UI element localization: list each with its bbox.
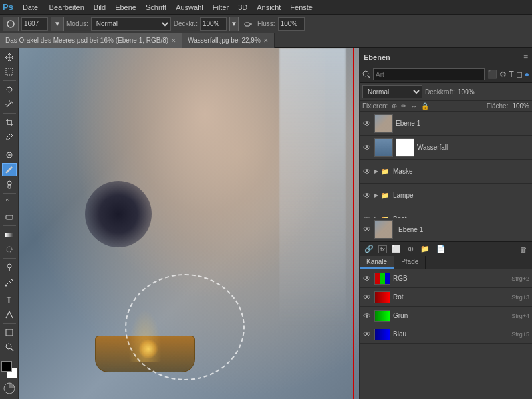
eye-rgb[interactable]: 👁 [362, 274, 372, 283]
blur-tool[interactable] [2, 242, 17, 256]
modus-select[interactable]: Normal [91, 17, 171, 31]
clone-stamp[interactable] [2, 177, 17, 191]
magic-wand[interactable] [2, 98, 17, 112]
brush-tool-options[interactable] [3, 17, 19, 31]
menu-bearbeiten[interactable]: Bearbeiten [45, 2, 88, 13]
eye-wasserfall[interactable]: 👁 [362, 143, 372, 152]
lasso-tool[interactable] [2, 83, 17, 97]
channel-row-rot[interactable]: 👁 Rot Strg+3 [360, 288, 532, 307]
fix-all-icon[interactable]: 🔒 [421, 102, 429, 110]
eyedropper-tool[interactable] [2, 130, 17, 144]
zoom-tool[interactable] [2, 340, 17, 354]
svg-line-4 [7, 102, 12, 107]
tab-kanaele[interactable]: Kanäle [360, 256, 394, 269]
eye-ebene1[interactable]: 👁 [362, 119, 372, 128]
add-style-btn[interactable]: fx [378, 245, 387, 253]
menu-datei[interactable]: Datei [19, 2, 44, 13]
add-group-btn[interactable]: 📁 [418, 244, 432, 254]
add-mask-btn[interactable]: ⬜ [390, 244, 403, 254]
channel-row-blau[interactable]: 👁 Blau Strg+5 [360, 325, 532, 344]
menu-fenste[interactable]: Fenste [286, 2, 317, 13]
tabs-bar: Das Orakel des Meeres.psd bei 16% (Ebene… [0, 33, 532, 48]
menu-bild[interactable]: Bild [90, 2, 110, 13]
eraser-tool[interactable] [2, 209, 17, 223]
deckkraft-arrow[interactable]: ▼ [229, 17, 239, 31]
eye-maske[interactable]: 👁 [362, 167, 372, 176]
tab-orakel[interactable]: Das Orakel des Meeres.psd bei 16% (Ebene… [0, 33, 182, 48]
deckkraft-value[interactable]: 100% [458, 88, 481, 96]
menu-ebene[interactable]: Ebene [111, 2, 140, 13]
shape-tool[interactable] [2, 326, 17, 340]
triangle-lampe[interactable]: ▶ [374, 192, 378, 198]
tab-orakel-close[interactable]: ✕ [171, 37, 176, 44]
dodge-tool[interactable] [2, 261, 17, 275]
path-select[interactable] [2, 307, 17, 321]
move-tool[interactable] [2, 51, 17, 65]
layer-row-lampe[interactable]: 👁 ▶ 📁 Lampe [360, 184, 532, 207]
deckkraft-input[interactable] [200, 17, 227, 31]
fix-position-icon[interactable]: ⊕ [392, 102, 397, 110]
color-swatches[interactable] [0, 361, 19, 378]
layer-row-ebene1[interactable]: 👁 Ebene 1 [360, 112, 532, 136]
selection-tool[interactable] [2, 65, 17, 79]
spot-heal-tool[interactable] [2, 148, 17, 162]
add-layer-btn[interactable]: 📄 [434, 244, 448, 254]
svg-rect-14 [5, 233, 13, 237]
thumb-rot [374, 291, 390, 303]
channel-row-gruen[interactable]: 👁 Grün Strg+4 [360, 307, 532, 325]
panel-menu-icon[interactable]: ≡ [523, 53, 528, 62]
layer-row-boot[interactable]: 👁 ▶ 📁 Boot [360, 207, 532, 218]
delete-layer-btn[interactable]: 🗑 [518, 245, 529, 254]
tab-pfade[interactable]: Pfade [394, 256, 426, 269]
add-adjustment-btn[interactable]: ⊕ [406, 244, 416, 254]
tab-wasserfall[interactable]: Wasserfall.jpg bei 22,9% ✕ [182, 33, 275, 48]
fix-draw-icon[interactable]: ✏ [401, 102, 406, 110]
eye-lampe[interactable]: 👁 [362, 191, 372, 200]
airbrush-toggle[interactable] [241, 17, 255, 31]
filter-shape-icon[interactable]: ◻ [516, 70, 523, 79]
eye-blau[interactable]: 👁 [362, 330, 372, 339]
brush-preset[interactable]: ▼ [51, 17, 64, 31]
menu-schrift[interactable]: Schrift [142, 2, 170, 13]
brush-tool[interactable] [2, 163, 17, 177]
eye-gruen[interactable]: 👁 [362, 311, 372, 321]
menu-ansicht[interactable]: Ansicht [253, 2, 285, 13]
blend-mode-select[interactable]: Normal [362, 85, 422, 98]
history-brush[interactable] [2, 196, 17, 209]
foreground-color-swatch[interactable] [1, 361, 12, 372]
search-icon [362, 70, 370, 78]
layer-actions-bar: 🔗 fx ⬜ ⊕ 📁 📄 🗑 [360, 241, 532, 256]
eye-rot[interactable]: 👁 [362, 293, 372, 302]
channel-row-rgb[interactable]: 👁 RGB Strg+2 [360, 269, 532, 288]
flaeche-value[interactable]: 100% [512, 102, 529, 110]
layers-search-input[interactable] [373, 68, 485, 80]
gradient-tool[interactable] [2, 228, 17, 242]
tool-sep-8 [3, 323, 16, 324]
triangle-maske[interactable]: ▶ [374, 168, 378, 174]
fix-move-icon[interactable]: ↔ [410, 102, 417, 110]
eye-bottom-ebene1[interactable]: 👁 [362, 225, 372, 234]
tab-wasserfall-close[interactable]: ✕ [263, 37, 269, 44]
text-tool[interactable]: T [2, 293, 17, 307]
layer-row-maske[interactable]: 👁 ▶ 📁 Maske [360, 160, 532, 184]
pen-tool[interactable] [2, 275, 17, 289]
filter-pixel-icon[interactable]: ⬛ [487, 70, 497, 79]
menu-auswahl[interactable]: Auswahl [172, 2, 207, 13]
menu-filter[interactable]: Filter [209, 2, 233, 13]
crop-tool[interactable] [2, 116, 17, 130]
filter-toggle[interactable]: ● [525, 70, 529, 79]
bottom-layer-thumb [374, 220, 393, 239]
bottom-layer-name: Ebene 1 [398, 226, 423, 233]
thumb-gruen [374, 310, 390, 322]
filter-type-icon[interactable]: T [509, 70, 513, 79]
menu-3d[interactable]: 3D [234, 2, 251, 13]
layer-row-wasserfall[interactable]: 👁 Wasserfall [360, 136, 532, 160]
thumb-blau [374, 329, 390, 340]
brush-size-input[interactable] [21, 17, 48, 31]
filter-adjust-icon[interactable]: ⚙ [499, 70, 507, 79]
quick-mask-toggle[interactable] [3, 382, 16, 396]
canvas-area[interactable] [19, 48, 359, 399]
svg-line-21 [11, 348, 13, 351]
fluss-input[interactable] [278, 17, 305, 31]
link-layers-btn[interactable]: 🔗 [362, 244, 376, 254]
